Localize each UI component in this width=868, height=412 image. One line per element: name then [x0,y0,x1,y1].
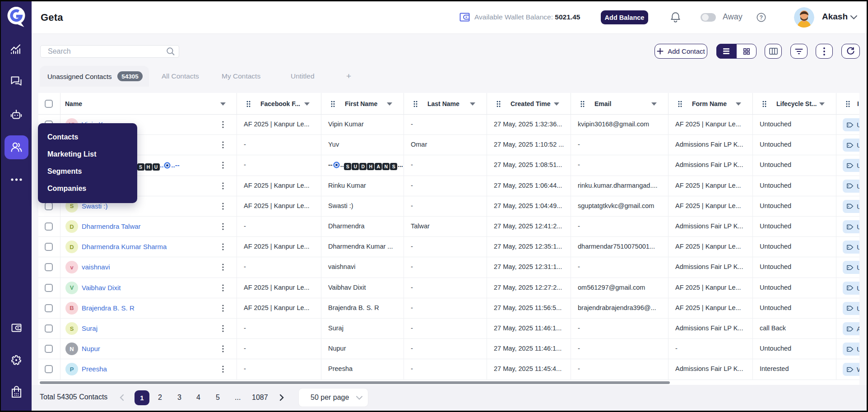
svg-text:?: ? [760,14,763,21]
